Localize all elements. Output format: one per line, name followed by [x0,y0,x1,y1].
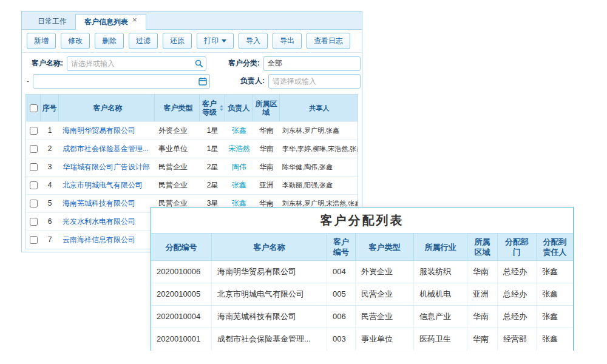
customer-type: 事业单位 [356,328,414,351]
customer-name-link[interactable]: 光发水利水电有限公司 [59,213,155,231]
row-checkbox[interactable] [30,236,38,244]
tab-label: 客户信息列表 [84,17,128,27]
alloc-no-link[interactable]: 2020010006 [151,261,212,283]
dept: 总经办 [498,306,537,328]
restore-button[interactable]: 还原 [163,33,192,49]
tab-close-icon[interactable]: × [132,16,137,24]
alloc-no-link[interactable]: 2020010001 [151,328,212,351]
row-checkbox[interactable] [30,181,38,189]
assignee-link[interactable]: 张鑫 [537,328,573,351]
select-all-cell [26,95,41,121]
header-industry: 所属行业 [414,234,467,260]
customer-name-link[interactable]: 成都市社会保险基金管理... [212,328,327,351]
shared-people: 李华,李婷,柳琳,宋浩然,张鑫 [280,140,358,158]
customer-name-link[interactable]: 海南明华贸易有限公司 [59,122,155,140]
customer-name-link[interactable]: 华瑞城有限公司广告设计部 [59,158,155,176]
region: 华南 [467,328,498,351]
search-icon[interactable] [192,57,206,70]
table-row[interactable]: 4 北京市明城电气有限公司 民营企业 2星 张鑫 亚洲 李勤丽,阳强,张鑫 [26,176,358,194]
assignee-link[interactable]: 张鑫 [537,283,573,305]
view-log-button[interactable]: 查看日志 [307,33,350,49]
customer-table-header: 序号 客户名称 客户类型 客户等级 负责人 所属区域 共享人 [26,95,358,121]
filter-row-2: - 负责人: [22,72,362,90]
owner-link[interactable]: 张鑫 [225,177,253,194]
customer-type: 民营企业 [356,306,414,328]
tab-label: 日常工作 [38,16,67,27]
select-all-checkbox[interactable] [30,104,38,112]
owner-input[interactable] [269,77,360,86]
customer-category-select[interactable]: 全部 [263,56,361,71]
header-seq: 序号 [41,95,59,121]
table-row[interactable]: 1 海南明华贸易有限公司 外资企业 1星 张鑫 华南 刘东林,罗广明,张鑫 [26,121,358,140]
customer-name-link[interactable]: 云南海祥信息有限公司 [59,231,155,249]
customer-name-link[interactable]: 海南芜城科技有限公司 [59,195,155,212]
customer-name-label: 客户名称: [32,58,63,69]
owner-link[interactable]: 宋浩然 [225,140,253,158]
table-row[interactable]: 2 成都市社会保险基金管理... 事业单位 1星 宋浩然 华南 李华,李婷,柳琳… [26,140,358,158]
header-customer-no: 客户编号 [327,234,356,260]
alloc-no-link[interactable]: 2020010004 [151,306,212,328]
shared-people: 刘东林,罗广明,张鑫 [280,122,358,140]
print-button[interactable]: 打印 [197,33,234,49]
add-button[interactable]: 新增 [27,33,56,49]
customer-level: 2星 [200,177,225,194]
allocation-row[interactable]: 2020010004 海南芜城科技有限公司 006 民营企业 信息产业 华南 总… [151,306,573,328]
customer-name-filter [67,56,206,71]
header-region: 所属区域 [253,95,280,121]
table-row[interactable]: 3 华瑞城有限公司广告设计部 民营企业 2星 陶伟 华南 陈华健,陶伟,张鑫 [26,158,358,176]
customer-no: 006 [327,306,356,328]
tab-bar: 日常工作 客户信息列表 × [22,12,362,30]
date-filter [33,74,210,89]
industry: 机械机电 [414,283,467,305]
edit-button[interactable]: 修改 [61,33,90,49]
tab-customer-info-list[interactable]: 客户信息列表 × [75,14,146,30]
row-checkbox[interactable] [30,127,38,135]
customer-name-link[interactable]: 海南芜城科技有限公司 [212,306,327,328]
row-checkbox[interactable] [30,145,38,153]
dept: 总经办 [498,261,537,283]
date-input[interactable] [33,77,196,86]
row-seq: 5 [41,195,59,212]
toolbar: 新增 修改 删除 过滤 还原 打印 导入 导出 查看日志 [22,30,362,53]
header-customer-type: 客户类型 [356,234,414,260]
dept: 经营部 [498,328,537,351]
header-customer-level[interactable]: 客户等级 [200,95,225,121]
allocation-row[interactable]: 2020010005 北京市明城电气有限公司 005 民营企业 机械机电 亚洲 … [151,283,573,306]
customer-name-link[interactable]: 海南明华贸易有限公司 [212,261,327,283]
customer-name-input[interactable] [67,59,192,68]
row-checkbox[interactable] [30,200,38,207]
allocation-table-header: 分配编号 客户名称 客户编号 客户类型 所属行业 所属区域 分配部门 分配到责任… [151,233,573,261]
header-customer-name: 客户名称 [212,234,327,260]
owner-link[interactable]: 陶伟 [225,158,253,176]
tab-daily-work[interactable]: 日常工作 [29,14,75,29]
export-button[interactable]: 导出 [273,33,302,49]
region: 华南 [253,122,280,140]
row-seq: 6 [41,213,59,231]
assignee-link[interactable]: 张鑫 [537,306,573,328]
customer-name-link[interactable]: 北京市明城电气有限公司 [212,283,327,305]
delete-button[interactable]: 删除 [95,33,124,49]
region: 华南 [467,306,498,328]
row-seq: 3 [41,158,59,176]
import-button[interactable]: 导入 [239,33,268,49]
industry: 服装纺织 [414,261,467,283]
row-seq: 1 [41,122,59,140]
region: 亚洲 [467,283,498,305]
sort-icon[interactable] [220,105,223,111]
customer-name-link[interactable]: 成都市社会保险基金管理... [59,140,155,158]
calendar-icon[interactable] [196,75,209,88]
customer-type: 民营企业 [356,283,414,305]
alloc-no-link[interactable]: 2020010005 [151,283,212,305]
filter-button[interactable]: 过滤 [129,33,158,49]
industry: 信息产业 [414,306,467,328]
filter-area: 客户名称: 客户分类: 全部 - 负责人: [22,53,362,93]
customer-type: 事业单位 [155,140,200,158]
owner-link[interactable]: 张鑫 [225,122,253,140]
customer-level: 1星 [200,140,225,158]
allocation-row[interactable]: 2020010006 海南明华贸易有限公司 004 外资企业 服装纺织 华南 总… [151,261,573,283]
assignee-link[interactable]: 张鑫 [537,261,573,283]
row-checkbox[interactable] [30,218,38,226]
row-checkbox[interactable] [30,163,38,171]
allocation-row[interactable]: 2020010001 成都市社会保险基金管理... 003 事业单位 医药卫生 … [151,328,573,351]
customer-name-link[interactable]: 北京市明城电气有限公司 [59,177,155,194]
